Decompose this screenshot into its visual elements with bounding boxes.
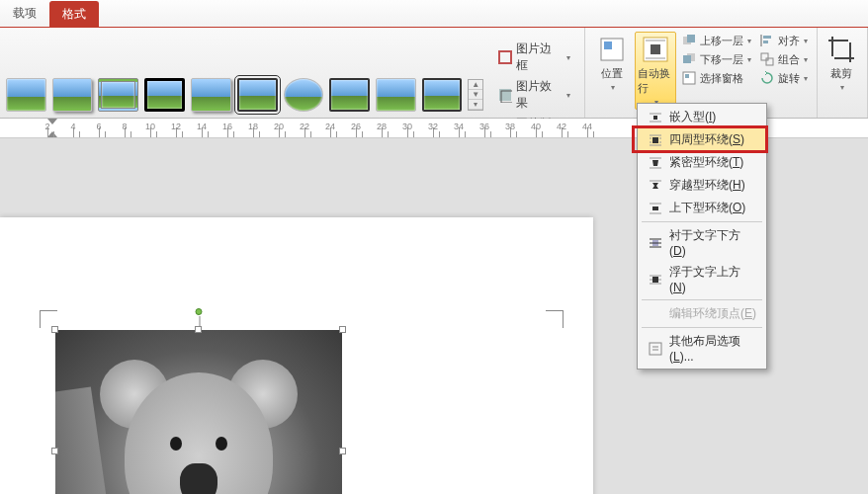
tab-inactive[interactable]: 载项: [0, 0, 49, 27]
wrap-topbottom-item[interactable]: 上下型环绕(O): [638, 197, 766, 219]
chevron-down-icon: ▾: [566, 53, 570, 62]
style-thumb[interactable]: [284, 78, 324, 112]
styles-scroller: ▲ ▼ ▾: [468, 79, 483, 111]
ruler-number: 22: [300, 122, 309, 131]
crop-group: 裁剪 ▾: [818, 28, 868, 118]
svg-rect-22: [766, 58, 773, 65]
border-icon: [497, 49, 512, 65]
chevron-down-icon: ▾: [804, 74, 808, 83]
ruler-number: 24: [325, 122, 335, 131]
position-icon: [597, 35, 627, 64]
effects-icon: [497, 87, 512, 103]
svg-rect-19: [763, 36, 771, 39]
wrap-behind-item[interactable]: 衬于文字下方(D): [638, 224, 766, 261]
wrap-topbottom-icon: [648, 201, 663, 216]
svg-rect-47: [650, 343, 661, 355]
wrap-tight-item[interactable]: 紧密型环绕(T): [638, 151, 766, 174]
wrap-through-icon: [648, 178, 663, 194]
crop-button[interactable]: 裁剪 ▾: [818, 32, 865, 95]
rotate-button[interactable]: 旋转▾: [756, 69, 811, 87]
send-backward-button[interactable]: 下移一层▾: [678, 50, 754, 68]
group-icon: [759, 51, 775, 67]
rotate-icon: [759, 70, 775, 86]
ruler-number: 8: [122, 122, 127, 131]
label: 穿越型环绕(H): [669, 177, 745, 194]
style-thumb[interactable]: [376, 78, 416, 112]
picture-border-button[interactable]: 图片边框▾: [497, 40, 570, 75]
indent-marker-bottom[interactable]: [47, 131, 57, 137]
style-thumb[interactable]: [6, 78, 46, 112]
selection-pane-icon: [681, 70, 697, 86]
rotate-handle[interactable]: [196, 308, 203, 315]
wrap-front-item[interactable]: 浮于文字上方(N): [638, 261, 766, 297]
wrap-square-icon: [648, 132, 663, 148]
position-button[interactable]: 位置 ▾: [591, 32, 633, 110]
ruler-number: 6: [96, 122, 101, 131]
group-button[interactable]: 组合▾: [756, 50, 811, 68]
align-button[interactable]: 对齐▾: [756, 32, 811, 49]
style-thumb[interactable]: [52, 78, 93, 112]
label: 旋转: [778, 71, 800, 86]
more-options-icon: [648, 341, 663, 357]
style-thumb[interactable]: [237, 78, 278, 112]
ruler-number: 14: [197, 122, 207, 131]
label: 组合: [778, 52, 800, 67]
label: 选择窗格: [700, 71, 743, 86]
wrap-more-options-item[interactable]: 其他布局选项(L)...: [638, 330, 766, 367]
align-icon: [759, 33, 775, 48]
resize-handle[interactable]: [51, 448, 58, 454]
style-thumb[interactable]: [144, 78, 185, 112]
scroll-up-icon[interactable]: ▲: [469, 80, 482, 90]
resize-handle[interactable]: [51, 326, 58, 333]
crop-mark-icon: [546, 310, 564, 328]
wrap-through-item[interactable]: 穿越型环绕(H): [638, 174, 766, 197]
ruler-number: 42: [557, 122, 566, 131]
ruler-number: 2: [44, 122, 49, 131]
label: 自动换行: [638, 66, 673, 96]
ruler-number: 28: [377, 122, 387, 131]
selection-pane-button[interactable]: 选择窗格: [678, 69, 754, 87]
resize-handle[interactable]: [339, 448, 346, 454]
picture-effects-button[interactable]: 图片效果▾: [497, 77, 570, 113]
menu-separator: [642, 221, 762, 222]
svg-rect-21: [761, 53, 768, 60]
ruler-number: 18: [248, 122, 258, 131]
scroll-down-icon[interactable]: ▼: [469, 90, 482, 100]
label: 四周型环绕(S): [669, 131, 744, 148]
svg-rect-15: [683, 55, 691, 63]
wrap-text-button[interactable]: 自动换行 ▾: [635, 32, 676, 110]
resize-handle[interactable]: [339, 326, 346, 333]
tab-bar: 载项 格式: [0, 0, 868, 28]
label: 上移一层: [700, 34, 743, 48]
tab-format[interactable]: 格式: [49, 1, 99, 27]
bring-forward-icon: [681, 33, 697, 48]
style-thumb[interactable]: [422, 78, 463, 112]
label: 下移一层: [700, 52, 743, 67]
wrap-square-item[interactable]: 四周型环绕(S): [638, 128, 766, 151]
style-thumb[interactable]: [98, 78, 138, 112]
ruler-number: 40: [531, 122, 541, 131]
svg-rect-0: [499, 51, 511, 63]
ruler-number: 34: [454, 122, 464, 131]
ruler-number: 12: [171, 122, 181, 131]
resize-handle[interactable]: [195, 326, 202, 333]
picture-styles-group: ▲ ▼ ▾ 图片边框▾ 图片效果▾ 图片版式▾ 图片样式: [0, 28, 585, 118]
menu-separator: [642, 327, 762, 328]
wrap-inline-item[interactable]: 嵌入型(I): [638, 106, 766, 128]
chevron-down-icon: ▾: [747, 37, 751, 45]
bring-forward-button[interactable]: 上移一层▾: [678, 32, 754, 49]
style-thumb[interactable]: [329, 78, 370, 112]
svg-rect-13: [687, 35, 695, 42]
scroll-more-icon[interactable]: ▾: [469, 100, 482, 110]
wrap-icon: [641, 35, 670, 64]
wrap-behind-icon: [648, 235, 663, 251]
selected-image[interactable]: [55, 330, 342, 494]
style-thumb[interactable]: [191, 78, 231, 112]
label: 衬于文字下方(D): [669, 227, 756, 258]
ruler-number: 10: [145, 122, 155, 131]
label: 紧密型环绕(T): [669, 154, 743, 171]
svg-rect-9: [651, 44, 660, 54]
label: 其他布局选项(L)...: [669, 333, 756, 364]
svg-rect-7: [604, 41, 612, 49]
wrap-text-dropdown: 嵌入型(I) 四周型环绕(S) 紧密型环绕(T) 穿越型环绕(H) 上下型环绕(…: [637, 103, 767, 370]
